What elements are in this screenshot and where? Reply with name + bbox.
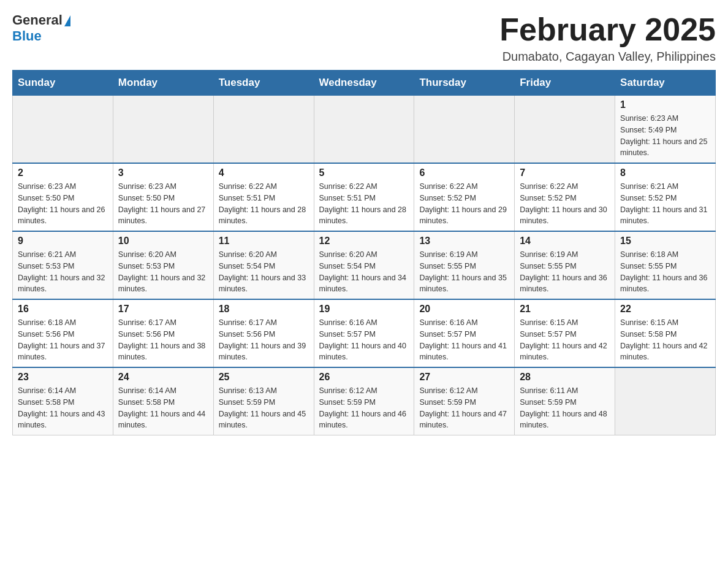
day-number: 14	[520, 236, 610, 247]
day-number: 4	[219, 167, 309, 178]
calendar-cell: 5Sunrise: 6:22 AMSunset: 5:51 PMDaylight…	[314, 163, 414, 231]
day-number: 26	[319, 372, 409, 383]
calendar-cell: 1Sunrise: 6:23 AMSunset: 5:49 PMDaylight…	[615, 96, 716, 164]
day-info: Sunrise: 6:16 AMSunset: 5:57 PMDaylight:…	[419, 317, 509, 363]
day-number: 12	[319, 236, 409, 247]
day-info: Sunrise: 6:19 AMSunset: 5:55 PMDaylight:…	[520, 249, 610, 295]
day-info: Sunrise: 6:12 AMSunset: 5:59 PMDaylight:…	[419, 385, 509, 431]
day-number: 1	[620, 99, 710, 110]
day-number: 21	[520, 304, 610, 315]
day-number: 22	[620, 304, 710, 315]
day-info: Sunrise: 6:21 AMSunset: 5:53 PMDaylight:…	[18, 249, 108, 295]
day-info: Sunrise: 6:20 AMSunset: 5:53 PMDaylight:…	[118, 249, 208, 295]
day-number: 17	[118, 304, 208, 315]
day-info: Sunrise: 6:14 AMSunset: 5:58 PMDaylight:…	[118, 385, 208, 431]
day-number: 3	[118, 167, 208, 178]
day-number: 18	[219, 304, 309, 315]
calendar-body: 1Sunrise: 6:23 AMSunset: 5:49 PMDaylight…	[13, 96, 716, 435]
calendar-cell: 14Sunrise: 6:19 AMSunset: 5:55 PMDayligh…	[515, 231, 615, 299]
day-info: Sunrise: 6:14 AMSunset: 5:58 PMDaylight:…	[18, 385, 108, 431]
day-info: Sunrise: 6:21 AMSunset: 5:52 PMDaylight:…	[620, 181, 710, 227]
calendar-cell	[314, 96, 414, 164]
day-info: Sunrise: 6:22 AMSunset: 5:51 PMDaylight:…	[319, 181, 409, 227]
day-info: Sunrise: 6:18 AMSunset: 5:55 PMDaylight:…	[620, 249, 710, 295]
calendar-cell: 23Sunrise: 6:14 AMSunset: 5:58 PMDayligh…	[13, 367, 113, 435]
calendar-cell	[213, 96, 314, 164]
calendar-cell: 27Sunrise: 6:12 AMSunset: 5:59 PMDayligh…	[414, 367, 515, 435]
day-number: 2	[18, 167, 108, 178]
calendar-cell: 15Sunrise: 6:18 AMSunset: 5:55 PMDayligh…	[615, 231, 716, 299]
week-row-5: 23Sunrise: 6:14 AMSunset: 5:58 PMDayligh…	[13, 367, 716, 435]
calendar-cell: 8Sunrise: 6:21 AMSunset: 5:52 PMDaylight…	[615, 163, 716, 231]
calendar-cell: 7Sunrise: 6:22 AMSunset: 5:52 PMDaylight…	[515, 163, 615, 231]
day-number: 16	[18, 304, 108, 315]
calendar-cell: 19Sunrise: 6:16 AMSunset: 5:57 PMDayligh…	[314, 299, 414, 367]
day-number: 10	[118, 236, 208, 247]
day-number: 27	[419, 372, 509, 383]
day-number: 24	[118, 372, 208, 383]
calendar-cell	[515, 96, 615, 164]
header-day-friday: Friday	[515, 71, 615, 96]
calendar-cell: 16Sunrise: 6:18 AMSunset: 5:56 PMDayligh…	[13, 299, 113, 367]
calendar-title: February 2025	[499, 12, 716, 47]
logo-blue-text: Blue	[12, 28, 42, 44]
day-info: Sunrise: 6:12 AMSunset: 5:59 PMDaylight:…	[319, 385, 409, 431]
day-number: 19	[319, 304, 409, 315]
calendar-cell: 3Sunrise: 6:23 AMSunset: 5:50 PMDaylight…	[113, 163, 213, 231]
calendar-cell: 11Sunrise: 6:20 AMSunset: 5:54 PMDayligh…	[213, 231, 314, 299]
calendar-cell: 17Sunrise: 6:17 AMSunset: 5:56 PMDayligh…	[113, 299, 213, 367]
day-info: Sunrise: 6:23 AMSunset: 5:50 PMDaylight:…	[18, 181, 108, 227]
logo-general-text: General	[12, 12, 63, 28]
calendar-cell: 24Sunrise: 6:14 AMSunset: 5:58 PMDayligh…	[113, 367, 213, 435]
calendar-header: SundayMondayTuesdayWednesdayThursdayFrid…	[13, 71, 716, 96]
day-number: 11	[219, 236, 309, 247]
day-number: 20	[419, 304, 509, 315]
calendar-cell	[113, 96, 213, 164]
day-info: Sunrise: 6:22 AMSunset: 5:51 PMDaylight:…	[219, 181, 309, 227]
calendar-cell: 22Sunrise: 6:15 AMSunset: 5:58 PMDayligh…	[615, 299, 716, 367]
day-number: 28	[520, 372, 610, 383]
day-number: 15	[620, 236, 710, 247]
logo: General Blue	[12, 12, 70, 44]
calendar-cell: 26Sunrise: 6:12 AMSunset: 5:59 PMDayligh…	[314, 367, 414, 435]
day-number: 6	[419, 167, 509, 178]
day-info: Sunrise: 6:15 AMSunset: 5:58 PMDaylight:…	[620, 317, 710, 363]
calendar-cell: 13Sunrise: 6:19 AMSunset: 5:55 PMDayligh…	[414, 231, 515, 299]
calendar-cell: 21Sunrise: 6:15 AMSunset: 5:57 PMDayligh…	[515, 299, 615, 367]
week-row-3: 9Sunrise: 6:21 AMSunset: 5:53 PMDaylight…	[13, 231, 716, 299]
calendar-cell	[615, 367, 716, 435]
day-number: 25	[219, 372, 309, 383]
day-info: Sunrise: 6:17 AMSunset: 5:56 PMDaylight:…	[118, 317, 208, 363]
day-info: Sunrise: 6:22 AMSunset: 5:52 PMDaylight:…	[419, 181, 509, 227]
calendar-cell: 28Sunrise: 6:11 AMSunset: 5:59 PMDayligh…	[515, 367, 615, 435]
header-day-sunday: Sunday	[13, 71, 113, 96]
day-number: 23	[18, 372, 108, 383]
day-info: Sunrise: 6:17 AMSunset: 5:56 PMDaylight:…	[219, 317, 309, 363]
day-info: Sunrise: 6:11 AMSunset: 5:59 PMDaylight:…	[520, 385, 610, 431]
title-block: February 2025 Dumabato, Cagayan Valley, …	[499, 12, 716, 64]
calendar-cell: 12Sunrise: 6:20 AMSunset: 5:54 PMDayligh…	[314, 231, 414, 299]
day-number: 9	[18, 236, 108, 247]
calendar-cell: 10Sunrise: 6:20 AMSunset: 5:53 PMDayligh…	[113, 231, 213, 299]
day-info: Sunrise: 6:15 AMSunset: 5:57 PMDaylight:…	[520, 317, 610, 363]
calendar-cell	[414, 96, 515, 164]
calendar-table: SundayMondayTuesdayWednesdayThursdayFrid…	[12, 70, 716, 435]
header-day-tuesday: Tuesday	[213, 71, 314, 96]
header-day-thursday: Thursday	[414, 71, 515, 96]
calendar-cell: 18Sunrise: 6:17 AMSunset: 5:56 PMDayligh…	[213, 299, 314, 367]
day-number: 5	[319, 167, 409, 178]
day-info: Sunrise: 6:23 AMSunset: 5:50 PMDaylight:…	[118, 181, 208, 227]
day-number: 8	[620, 167, 710, 178]
calendar-cell: 4Sunrise: 6:22 AMSunset: 5:51 PMDaylight…	[213, 163, 314, 231]
header-day-monday: Monday	[113, 71, 213, 96]
header-row: SundayMondayTuesdayWednesdayThursdayFrid…	[13, 71, 716, 96]
week-row-4: 16Sunrise: 6:18 AMSunset: 5:56 PMDayligh…	[13, 299, 716, 367]
day-info: Sunrise: 6:23 AMSunset: 5:49 PMDaylight:…	[620, 113, 710, 159]
calendar-cell: 25Sunrise: 6:13 AMSunset: 5:59 PMDayligh…	[213, 367, 314, 435]
day-info: Sunrise: 6:19 AMSunset: 5:55 PMDaylight:…	[419, 249, 509, 295]
day-info: Sunrise: 6:13 AMSunset: 5:59 PMDaylight:…	[219, 385, 309, 431]
day-info: Sunrise: 6:18 AMSunset: 5:56 PMDaylight:…	[18, 317, 108, 363]
week-row-1: 1Sunrise: 6:23 AMSunset: 5:49 PMDaylight…	[13, 96, 716, 164]
calendar-cell	[13, 96, 113, 164]
location-subtitle: Dumabato, Cagayan Valley, Philippines	[499, 50, 716, 64]
